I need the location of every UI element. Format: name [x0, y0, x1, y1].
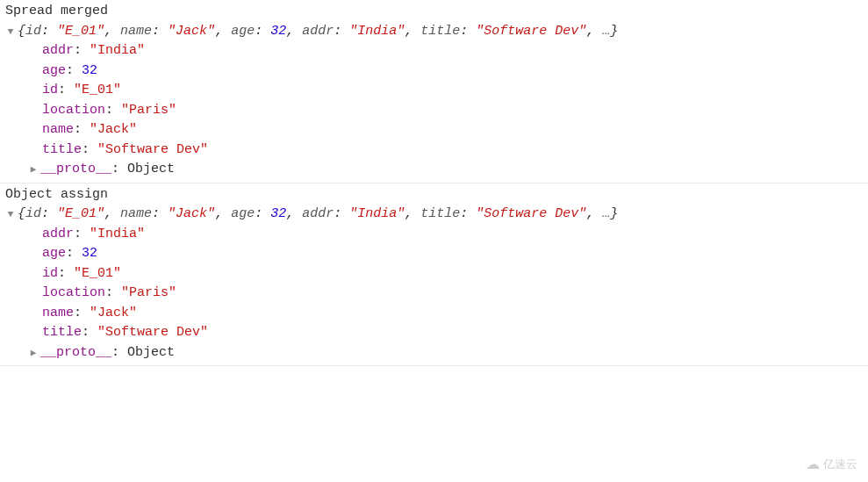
summary-key: id	[25, 206, 41, 221]
summary-value: "Software Dev"	[476, 206, 586, 221]
object-property-row[interactable]: location: "Paris"	[0, 101, 868, 121]
disclosure-triangle-icon[interactable]	[5, 207, 16, 222]
property-key: location	[42, 284, 105, 304]
summary-ellipsis: …	[602, 206, 610, 221]
console-log-label: Object assign	[0, 185, 868, 205]
object-summary-row[interactable]: {id: "E_01", name: "Jack", age: 32, addr…	[0, 22, 868, 42]
console-log-block: Object assign{id: "E_01", name: "Jack", …	[0, 183, 868, 367]
disclosure-triangle-icon[interactable]	[28, 346, 39, 361]
summary-value: "India"	[349, 206, 405, 221]
summary-key: id	[25, 24, 41, 39]
property-value: "Paris"	[121, 284, 176, 304]
watermark-text: 亿速云	[823, 456, 857, 473]
property-key: addr	[42, 41, 74, 61]
property-value: "Software Dev"	[97, 323, 208, 343]
summary-key: addr	[302, 24, 334, 39]
label-text: Spread merged	[5, 4, 108, 18]
property-value: "Paris"	[121, 101, 176, 121]
property-value: "Jack"	[90, 304, 137, 324]
summary-value: "E_01"	[57, 206, 104, 221]
object-summary-row[interactable]: {id: "E_01", name: "Jack", age: 32, addr…	[0, 205, 868, 225]
object-property-row[interactable]: id: "E_01"	[0, 81, 868, 101]
object-property-row[interactable]: id: "E_01"	[0, 264, 868, 284]
object-proto-row[interactable]: __proto__: Object	[0, 343, 868, 363]
property-key: addr	[42, 225, 74, 245]
summary-value: "Jack"	[168, 206, 215, 221]
summary-value: "Software Dev"	[476, 24, 586, 39]
property-value: "E_01"	[74, 81, 121, 101]
object-property-row[interactable]: name: "Jack"	[0, 304, 868, 324]
summary-value: "E_01"	[57, 24, 104, 39]
watermark-icon: ☁	[806, 454, 820, 475]
object-property-row[interactable]: age: 32	[0, 244, 868, 264]
property-key: title	[42, 323, 82, 343]
object-proto-row[interactable]: __proto__: Object	[0, 160, 868, 180]
proto-key: __proto__	[40, 343, 111, 363]
object-property-row[interactable]: addr: "India"	[0, 41, 868, 61]
summary-value: 32	[270, 206, 286, 221]
object-property-row[interactable]: addr: "India"	[0, 225, 868, 245]
console-log-label: Spread merged	[0, 2, 868, 22]
property-key: age	[42, 244, 66, 264]
property-key: age	[42, 61, 66, 82]
property-key: name	[42, 120, 74, 140]
property-value: "E_01"	[74, 264, 121, 284]
console-output: Spread merged{id: "E_01", name: "Jack", …	[0, 0, 868, 366]
summary-key: age	[231, 24, 255, 39]
property-value: "India"	[90, 225, 145, 245]
disclosure-triangle-icon[interactable]	[5, 25, 16, 40]
summary-key: title	[420, 206, 460, 221]
object-summary-text: {id: "E_01", name: "Jack", age: 32, addr…	[18, 205, 618, 225]
proto-value: Object	[127, 160, 175, 180]
summary-ellipsis: …	[602, 24, 610, 39]
object-property-row[interactable]: location: "Paris"	[0, 284, 868, 304]
summary-key: age	[231, 206, 255, 221]
summary-key: name	[120, 206, 152, 221]
property-value: "Software Dev"	[97, 140, 208, 161]
watermark: ☁ 亿速云	[806, 454, 857, 475]
disclosure-triangle-icon[interactable]	[28, 162, 39, 177]
property-key: name	[42, 304, 74, 324]
property-key: title	[42, 140, 82, 161]
object-property-row[interactable]: name: "Jack"	[0, 120, 868, 140]
property-value: 32	[82, 244, 97, 264]
property-key: id	[42, 81, 58, 101]
property-key: location	[42, 101, 105, 121]
summary-value: "Jack"	[168, 24, 215, 39]
proto-value: Object	[127, 343, 175, 363]
summary-key: title	[420, 24, 460, 39]
object-property-row[interactable]: age: 32	[0, 61, 868, 82]
label-text: Object assign	[5, 187, 108, 202]
summary-key: addr	[302, 206, 334, 221]
summary-key: name	[120, 24, 152, 39]
summary-value: "India"	[349, 24, 405, 39]
property-value: "Jack"	[90, 120, 137, 140]
property-key: id	[42, 264, 58, 284]
object-property-row[interactable]: title: "Software Dev"	[0, 323, 868, 343]
object-property-row[interactable]: title: "Software Dev"	[0, 140, 868, 161]
property-value: 32	[82, 61, 97, 82]
object-summary-text: {id: "E_01", name: "Jack", age: 32, addr…	[18, 22, 618, 42]
property-value: "India"	[90, 41, 145, 61]
summary-value: 32	[270, 24, 286, 39]
proto-key: __proto__	[40, 160, 111, 180]
console-log-block: Spread merged{id: "E_01", name: "Jack", …	[0, 0, 868, 183]
